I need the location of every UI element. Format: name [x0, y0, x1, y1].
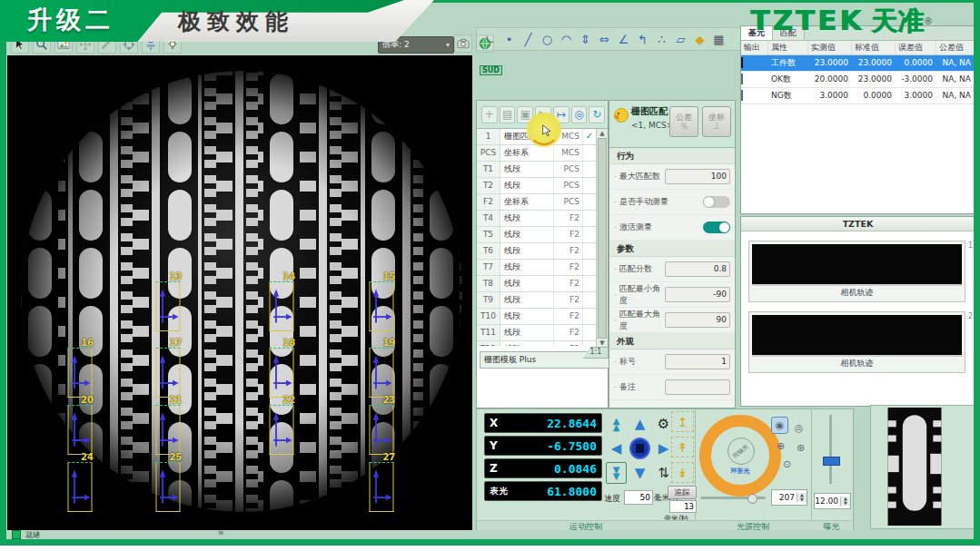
match-box-14[interactable]: 14 — [270, 281, 294, 331]
snapshot-icon[interactable] — [454, 34, 472, 53]
input-匹配最大角度[interactable]: 90 — [665, 312, 730, 328]
result-row-OK数[interactable]: OK数20.000023.0000-3.0000NA, NA — [741, 72, 975, 88]
input-匹配最小角度[interactable]: -90 — [665, 287, 730, 302]
toggle-是否手动测量[interactable] — [703, 196, 730, 208]
dro-表光: 表光61.8000 — [484, 481, 602, 501]
jog-up-fast-button[interactable]: ▲▲ — [606, 413, 627, 435]
input-匹配分数[interactable]: 0.8 — [665, 261, 730, 277]
line-icon[interactable]: ╱ — [520, 31, 537, 47]
element-row-F2[interactable]: F2坐标系PCS — [477, 194, 596, 211]
z-up-button[interactable]: ↟ — [671, 437, 694, 458]
arc-icon[interactable]: ◠ — [558, 31, 575, 47]
outer-ring-icon[interactable]: ◎ — [791, 420, 807, 436]
point-icon[interactable]: • — [500, 31, 518, 47]
jog-down-button[interactable]: ▼ — [629, 462, 650, 484]
all-segments-icon[interactable]: ◉ — [771, 417, 788, 434]
match-box-16[interactable]: 16 — [67, 348, 92, 398]
calculator-icon[interactable]: ▦ — [710, 31, 728, 47]
camera-view[interactable]: 1314151617181920212223242527 — [7, 55, 472, 530]
corner-icon[interactable]: ↰ — [634, 31, 651, 47]
pick-icon[interactable]: ◆ — [691, 31, 708, 47]
toggle-激活测量[interactable] — [703, 221, 730, 233]
match-box-20[interactable]: 20 — [67, 405, 92, 455]
result-row-工件数[interactable]: 工件数23.000023.00000.0000NA, NA — [741, 55, 975, 72]
quad-left-icon[interactable]: ⊕ — [773, 438, 788, 454]
match-box-13[interactable]: 13 — [156, 281, 181, 331]
element-row-T1[interactable]: T1线段PCS — [477, 162, 596, 178]
program-list-scrollbar[interactable]: ▲ ▼ — [596, 129, 608, 348]
output-checkbox[interactable] — [741, 90, 743, 101]
program-panel: +▤▣▶↦◎↻ 1栅图匹配MCS✓PCS坐标系MCST1线段PCST2线段PCS… — [476, 100, 609, 408]
output-checkbox[interactable] — [741, 57, 743, 68]
scroll-down-icon[interactable]: ▼ — [599, 339, 604, 347]
jog-down-fast-button[interactable]: ▼▼ — [606, 462, 627, 484]
element-row-PCS[interactable]: PCS坐标系MCS — [477, 145, 596, 162]
speed-input[interactable]: 50 — [624, 490, 653, 505]
plane-icon[interactable]: ▱ — [672, 31, 689, 47]
globe-icon[interactable] — [476, 34, 494, 53]
coords-button[interactable]: 坐标 ⊥ — [702, 106, 731, 137]
dim-vertical-icon[interactable]: ⇕ — [577, 31, 594, 47]
z-top-button[interactable]: ↥ — [671, 411, 694, 432]
element-row-T12[interactable]: T12线段F2 — [477, 341, 596, 346]
trajectory-item-1[interactable]: 相机轨迹 1 — [748, 241, 965, 302]
coaxial-light-indicator[interactable]: 同轴光 — [728, 438, 755, 465]
slider-handle[interactable] — [747, 494, 757, 504]
circle-icon[interactable]: ○ — [539, 31, 556, 47]
flag-icon[interactable]: ⚑ — [217, 529, 224, 538]
angle-icon[interactable]: ∠ — [615, 31, 632, 47]
tolerance-button[interactable]: 公差 ％ — [669, 106, 698, 137]
exposure-slider-handle[interactable] — [823, 457, 840, 466]
element-row-T9[interactable]: T9线段F2 — [477, 292, 596, 309]
refresh-icon[interactable]: ↻ — [589, 106, 605, 123]
track-button[interactable]: 追踪 — [668, 486, 697, 499]
match-box-19[interactable]: 19 — [370, 348, 394, 398]
match-box-15[interactable]: 15 — [370, 281, 394, 331]
trajectory-item-2[interactable]: 相机轨迹 2 — [748, 311, 965, 373]
scroll-thumb[interactable] — [598, 138, 607, 339]
z-down-button[interactable]: ↡ — [671, 462, 694, 483]
scroll-up-icon[interactable]: ▲ — [599, 130, 604, 137]
input-最大匹配数[interactable]: 100 — [665, 169, 730, 184]
dim-horizontal-icon[interactable]: ⇔ — [596, 31, 613, 47]
jog-up-button[interactable]: ▲ — [629, 413, 650, 435]
quad-right-icon[interactable]: ⊛ — [793, 440, 808, 456]
match-axes-icon — [157, 406, 180, 454]
match-box-24[interactable]: 24 — [67, 462, 92, 512]
jog-left-button[interactable]: ◀ — [606, 438, 627, 459]
output-checkbox[interactable] — [741, 74, 743, 84]
element-row-T7[interactable]: T7线段F2 — [477, 260, 596, 276]
element-row-T6[interactable]: T6线段F2 — [477, 243, 596, 260]
template-bar[interactable]: 栅图模板 Plus 1:1 — [480, 351, 609, 369]
exposure-slider-track[interactable] — [829, 415, 832, 484]
center-spot-icon[interactable]: ⊙ — [779, 457, 795, 472]
input-备注[interactable] — [665, 379, 730, 395]
match-box-25[interactable]: 25 — [156, 462, 181, 512]
scatter-icon[interactable]: ∴ — [653, 31, 670, 47]
new-icon[interactable]: + — [481, 106, 498, 123]
exposure-value-spinner[interactable]: 12.00 ▲▼ — [814, 493, 851, 509]
target-icon[interactable]: ◎ — [571, 106, 588, 123]
element-row-T8[interactable]: T8线段F2 — [477, 276, 596, 292]
element-row-T2[interactable]: T2线段PCS — [477, 178, 596, 194]
jog-stop-button[interactable] — [629, 438, 650, 459]
match-box-17[interactable]: 17 — [156, 348, 181, 398]
element-row-T5[interactable]: T5线段F2 — [477, 227, 596, 243]
light-brightness-slider[interactable] — [700, 497, 766, 499]
match-box-27[interactable]: 27 — [370, 462, 394, 512]
element-row-T11[interactable]: T11线段F2 — [477, 325, 596, 341]
open-icon[interactable]: ▤ — [500, 106, 516, 123]
element-row-T10[interactable]: T10线段F2 — [477, 309, 596, 325]
match-box-22[interactable]: 22 — [270, 405, 294, 455]
light-value-spinner[interactable]: 207 ▲▼ — [771, 489, 807, 506]
input-标号[interactable]: 1 — [665, 354, 730, 369]
result-row-NG数[interactable]: NG数3.00000.00003.0000NA, NA — [741, 88, 975, 104]
element-row-T4[interactable]: T4线段F2 — [477, 211, 596, 227]
ring-light-indicator[interactable]: 同轴光 环形光 — [699, 415, 781, 497]
spin-down-icon[interactable]: ▼ — [797, 497, 807, 502]
match-box-23[interactable]: 23 — [370, 405, 394, 455]
z-speed-input[interactable]: 13 — [669, 500, 697, 513]
match-box-18[interactable]: 18 — [270, 348, 294, 398]
match-box-21[interactable]: 21 — [156, 405, 181, 455]
spin-down-icon[interactable]: ▼ — [841, 501, 850, 506]
